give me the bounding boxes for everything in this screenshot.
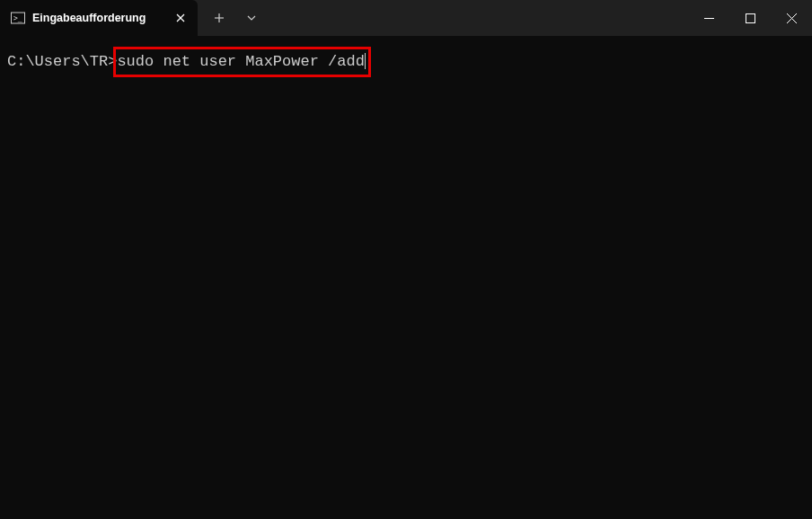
minimize-button[interactable] xyxy=(688,0,729,36)
tab-title: Eingabeaufforderung xyxy=(32,12,165,24)
cmd-icon: >_ xyxy=(11,11,25,25)
svg-text:>_: >_ xyxy=(13,14,22,22)
window-controls xyxy=(688,0,812,36)
titlebar: >_ Eingabeaufforderung xyxy=(0,0,812,36)
maximize-button[interactable] xyxy=(729,0,771,36)
tab-dropdown-button[interactable] xyxy=(235,0,268,36)
command-text: sudo net user MaxPower /add xyxy=(117,53,364,70)
tab-actions xyxy=(198,0,268,36)
titlebar-drag-area[interactable] xyxy=(268,0,688,36)
svg-rect-7 xyxy=(746,13,755,22)
new-tab-button[interactable] xyxy=(203,0,235,36)
tab-active[interactable]: >_ Eingabeaufforderung xyxy=(0,0,198,36)
tab-close-button[interactable] xyxy=(172,10,189,26)
terminal-area[interactable]: C:\Users\TR>sudo net user MaxPower /add xyxy=(0,36,812,88)
cursor-icon xyxy=(365,53,366,69)
command-highlight: sudo net user MaxPower /add xyxy=(117,52,366,72)
close-button[interactable] xyxy=(771,0,812,36)
prompt: C:\Users\TR> xyxy=(7,52,117,72)
terminal-line: C:\Users\TR>sudo net user MaxPower /add xyxy=(7,52,805,72)
